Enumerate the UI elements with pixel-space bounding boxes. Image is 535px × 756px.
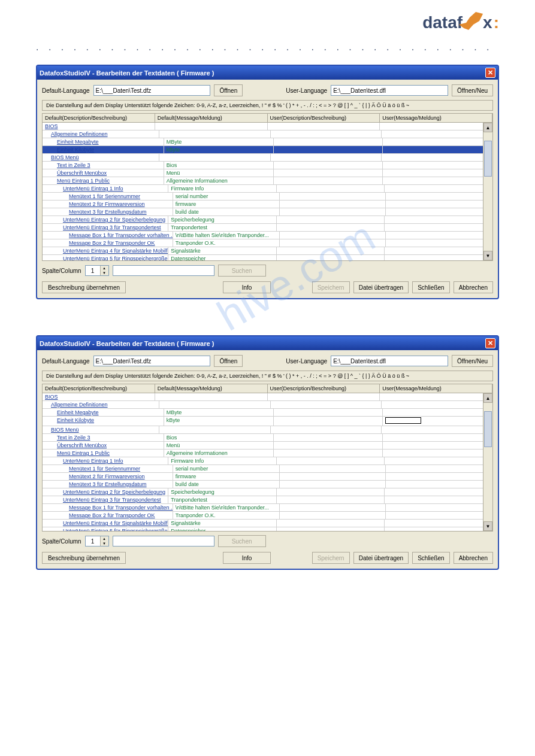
col-user-desc[interactable]: User(Description/Beschreibung) xyxy=(268,384,380,393)
speichern-button[interactable]: Speichern xyxy=(312,552,350,564)
table-row[interactable]: Einheit KilobytekByte xyxy=(43,146,492,154)
table-row[interactable]: UnterMenü Eintrag 1 InfoFirmware Info xyxy=(43,457,492,465)
table-row[interactable]: BIOS xyxy=(43,123,492,130)
col-user-desc[interactable]: User(Description/Beschreibung) xyxy=(268,114,380,122)
column-spinner[interactable]: ▲▼ xyxy=(85,265,109,276)
table-row[interactable]: Einheit MegabyteMByte xyxy=(43,409,492,417)
col-user-msg[interactable]: User(Message/Meldung) xyxy=(380,114,492,122)
table-row[interactable]: UnterMenü Eintrag 4 für Signalstärke Mob… xyxy=(43,520,492,527)
scroll-down[interactable]: ▼ xyxy=(483,251,492,260)
beschreibung-button[interactable]: Beschreibung übernehmen xyxy=(42,281,126,293)
datei-button[interactable]: Datei übertragen xyxy=(353,281,409,293)
default-language-path[interactable] xyxy=(93,85,211,96)
window-title: DatafoxStudioIV - Bearbeiten der Textdat… xyxy=(40,340,214,347)
table-row[interactable]: UnterMenü Eintrag 2 für Speicherbelegung… xyxy=(43,216,492,224)
logo-text-1: dataf xyxy=(422,13,463,32)
table-row[interactable]: Text in Zeile 3Bios xyxy=(43,162,492,169)
search-input[interactable] xyxy=(113,536,214,546)
search-input[interactable] xyxy=(113,265,214,276)
spin-down[interactable]: ▼ xyxy=(100,271,108,275)
open-new-button[interactable]: Öffnen/Neu xyxy=(452,355,493,367)
open-button[interactable]: Öffnen xyxy=(214,84,243,96)
spin-down[interactable]: ▼ xyxy=(100,541,108,546)
table-row[interactable]: Allgemeine Definitionen xyxy=(43,130,492,138)
table-row[interactable]: Allgemeine Definitionen xyxy=(43,401,492,409)
table-row[interactable]: Message Box 1 für Transponder vorhalten … xyxy=(43,504,492,512)
grid-header: Default(Description/Beschreibung) Defaul… xyxy=(43,114,492,123)
table-row[interactable]: BIOS Menü xyxy=(43,426,492,434)
scroll-up[interactable]: ▲ xyxy=(483,123,492,132)
speichern-button[interactable]: Speichern xyxy=(312,281,350,293)
table-row[interactable]: Menü Eintrag 1 PublicAllgemeine Informat… xyxy=(43,177,492,185)
table-row[interactable]: Menütext 3 für Erstellungsdatumbuild dat… xyxy=(43,481,492,488)
table-row[interactable]: Menütext 2 für Firmwareversionfirmware xyxy=(43,201,492,208)
suchen-button[interactable]: Suchen xyxy=(218,265,266,277)
open-new-button[interactable]: Öffnen/Neu xyxy=(452,84,493,96)
table-row[interactable]: UnterMenü Eintrag 5 für Ringspeichergröß… xyxy=(43,527,492,531)
schliessen-button[interactable]: Schließen xyxy=(412,552,449,564)
default-language-path[interactable] xyxy=(93,356,211,366)
logo-text-2: x xyxy=(483,13,492,32)
table-row[interactable]: Überschrift MenüboxMenü xyxy=(43,442,492,450)
info-button[interactable]: Info xyxy=(223,281,271,293)
table-row[interactable]: UnterMenü Eintrag 2 für Speicherbelegung… xyxy=(43,488,492,496)
spalte-label: Spalte/Column xyxy=(42,538,81,545)
col-default-desc[interactable]: Default(Description/Beschreibung) xyxy=(43,384,155,393)
spin-up[interactable]: ▲ xyxy=(100,536,108,541)
table-row[interactable]: UnterMenü Eintrag 3 für TranspondertestT… xyxy=(43,496,492,504)
default-language-label: Default-Language xyxy=(42,87,90,94)
table-row[interactable]: Message Box 1 für Transponder vorhalten … xyxy=(43,232,492,239)
col-user-msg[interactable]: User(Message/Meldung) xyxy=(380,384,492,393)
datei-button[interactable]: Datei übertragen xyxy=(353,552,409,564)
table-row[interactable]: UnterMenü Eintrag 1 InfoFirmware Info xyxy=(43,185,492,193)
close-button[interactable]: ✕ xyxy=(485,338,495,348)
info-button[interactable]: Info xyxy=(223,552,271,564)
data-grid[interactable]: Default(Description/Beschreibung) Defaul… xyxy=(42,384,493,532)
column-value[interactable] xyxy=(86,536,100,546)
table-row[interactable]: Text in Zeile 3Bios xyxy=(43,434,492,442)
beschreibung-button[interactable]: Beschreibung übernehmen xyxy=(42,552,126,564)
abbrechen-button[interactable]: Abbrechen xyxy=(454,281,493,293)
col-default-msg[interactable]: Default(Message/Meldung) xyxy=(155,384,268,393)
table-row[interactable]: BIOS xyxy=(43,393,492,401)
titlebar[interactable]: DatafoxStudioIV - Bearbeiten der Textdat… xyxy=(37,66,498,80)
column-spinner[interactable]: ▲▼ xyxy=(85,536,109,546)
table-row[interactable]: Einheit MegabyteMByte xyxy=(43,138,492,146)
table-row[interactable]: Menü Eintrag 1 PublicAllgemeine Informat… xyxy=(43,450,492,457)
close-button[interactable]: ✕ xyxy=(485,68,495,78)
scroll-thumb[interactable] xyxy=(484,411,492,447)
column-value[interactable] xyxy=(86,266,100,275)
abbrechen-button[interactable]: Abbrechen xyxy=(454,552,493,564)
suchen-button[interactable]: Suchen xyxy=(218,535,266,547)
table-row[interactable]: Menütext 1 für Seriennummerserial number xyxy=(43,465,492,473)
edit-cell[interactable] xyxy=(385,417,421,424)
table-row[interactable]: Message Box 2 für Transponder OKTranpond… xyxy=(43,239,492,247)
scrollbar[interactable]: ▲ ▼ xyxy=(483,123,492,260)
spalte-label: Spalte/Column xyxy=(42,268,81,274)
table-row[interactable]: UnterMenü Eintrag 3 für TranspondertestT… xyxy=(43,224,492,232)
col-default-desc[interactable]: Default(Description/Beschreibung) xyxy=(43,114,155,122)
scrollbar[interactable]: ▲ ▼ xyxy=(483,393,492,531)
titlebar[interactable]: DatafoxStudioIV - Bearbeiten der Textdat… xyxy=(37,336,498,350)
schliessen-button[interactable]: Schließen xyxy=(412,281,449,293)
dialog-window-2: DatafoxStudioIV - Bearbeiten der Textdat… xyxy=(36,335,499,570)
table-row[interactable]: UnterMenü Eintrag 4 für Signalstärke Mob… xyxy=(43,247,492,255)
user-language-path[interactable] xyxy=(331,85,448,96)
table-row[interactable]: Menütext 2 für Firmwareversionfirmware xyxy=(43,473,492,481)
table-row[interactable]: Message Box 2 für Transponder OKTranpond… xyxy=(43,512,492,520)
col-default-msg[interactable]: Default(Message/Meldung) xyxy=(155,114,268,122)
table-row[interactable]: Einheit KilobytekByte xyxy=(43,417,492,426)
table-row[interactable]: Menütext 1 für Seriennummerserial number xyxy=(43,193,492,201)
scroll-down[interactable]: ▼ xyxy=(483,521,492,531)
scroll-thumb[interactable] xyxy=(484,141,492,177)
scroll-up[interactable]: ▲ xyxy=(483,393,492,403)
spin-up[interactable]: ▲ xyxy=(100,266,108,271)
table-row[interactable]: Überschrift MenüboxMenü xyxy=(43,169,492,177)
table-row[interactable]: Menütext 3 für Erstellungsdatumbuild dat… xyxy=(43,208,492,216)
table-row[interactable]: UnterMenü Eintrag 5 für Ringspeichergröß… xyxy=(43,255,492,260)
data-grid[interactable]: Default(Description/Beschreibung) Defaul… xyxy=(42,113,493,261)
table-row[interactable]: BIOS Menü xyxy=(43,154,492,162)
open-button[interactable]: Öffnen xyxy=(214,355,243,367)
user-language-path[interactable] xyxy=(331,356,448,366)
dialog-window-1: DatafoxStudioIV - Bearbeiten der Textdat… xyxy=(36,65,499,299)
